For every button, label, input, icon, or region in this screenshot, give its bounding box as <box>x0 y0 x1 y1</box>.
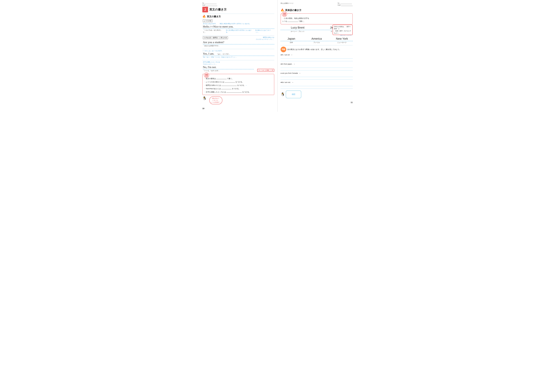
section-header-right: 🔥 英単語の書き方 <box>281 8 353 12</box>
right-date-label: Date <box>338 4 353 6</box>
vocab-item-japan: Japan <box>281 37 302 40</box>
exercise-2: ●Im from japan. → <box>281 63 353 70</box>
left-bottom-row: 10 <box>202 106 274 109</box>
exercise-4-sentence: ●No i am not. <box>281 81 291 83</box>
answer-line-3b <box>281 77 353 80</box>
exercise-4-arrow: → <box>292 81 293 83</box>
exercise-2-content: ●Im from japan. → <box>281 63 353 70</box>
divider-right-1 <box>281 45 353 45</box>
exercise-2-arrow: → <box>293 63 295 65</box>
note-box-right: 日本人の名前は、〈苗字＋名前〉と〈名前＋苗字〉のどちらでもよい。 <box>333 25 353 35</box>
number-badge: 2 <box>202 7 208 12</box>
example1-trans: 「こんにちは。はじめまして」 <box>203 29 223 33</box>
answer-ref: 答えは別冊２ページ <box>281 2 293 4</box>
annotation-2: 単語と単語の間は小文字１文字分くらいあける。 <box>220 23 251 25</box>
left-no-label: No. <box>202 2 217 4</box>
vocab-item-lucy: Lucy Brent <box>281 26 315 29</box>
remember-badge: おぼえる <box>204 73 209 78</box>
exercise-1: ●Hi. I am eri → <box>281 54 353 61</box>
flame-icon-right: 🔥 <box>281 8 284 12</box>
kansou-label: 感想 <box>292 93 295 95</box>
section-title-left: 英文の書き方 <box>207 15 221 18</box>
answer-line-2a <box>281 65 353 68</box>
left-no-date: No. Date <box>202 2 217 6</box>
section-header-left: 🔥 英文の書き方 <box>202 15 274 18</box>
left-date-label: Date <box>202 4 217 6</box>
example1-text: Hello.○○Nice to meet you. <box>203 25 234 28</box>
arrow-note: ← <box>246 84 247 86</box>
note-item-1: ・英文の最初はで書く。 <box>204 77 272 80</box>
section-title-right: 英単語の書き方 <box>285 9 301 12</box>
rule-text-2: いつもで書く。 <box>282 20 351 23</box>
exercise-1-arrow: → <box>291 54 292 56</box>
mondai-instruction: 次の英文には２か所ずつ間違いがあります。正しく書き直してみよう。 <box>287 48 341 51</box>
example3-text: Yes, I am. <box>203 52 214 55</box>
exercise-4: ●No i am not. → <box>281 81 353 89</box>
note-item-3: ・疑問文の終わりにはをつける。← <box>204 84 272 87</box>
example3-trans: 「はい、そうです」 <box>216 53 230 55</box>
exercise-4-content: ●No i am not. → <box>281 81 353 89</box>
annotation-5: 疑問文の終わりは <box>256 36 274 38</box>
vocab-reading-2: 日本 アメリカ ニューヨーク <box>281 41 353 44</box>
left-top-bar: No. Date <box>202 2 274 6</box>
annotation-8b: アポストロフィ（'）。 <box>203 63 254 65</box>
example4-text: No, I'm not. <box>203 65 216 69</box>
kansou-box: 感想 <box>286 91 301 98</box>
example4-trans: 「いいえ、ちがいます」 <box>203 70 254 72</box>
vocab-row-2: Japan America New York <box>281 37 353 41</box>
answer-line-1a <box>281 56 353 59</box>
note-item-4: ・YesやNoのあとにはをつける。 <box>204 87 272 90</box>
annotation-8: 文字を省略したところには <box>203 61 254 63</box>
divider-3 <box>202 49 274 49</box>
vocab-item-america: America <box>306 37 327 40</box>
page-num-right: 11 <box>351 101 353 103</box>
exercise-3-sentence: ● are you from Canada <box>281 72 298 74</box>
remember-badge-right: おぼえる <box>282 12 287 17</box>
right-no-label: No. <box>338 2 353 4</box>
mondai-badge: 問題 <box>281 47 286 52</box>
futsuu-label: ふつうの文 <box>203 20 212 22</box>
page-title-row: 2 英文の書き方 <box>202 7 274 12</box>
note-box-left: おぼえる ・英文の最初はで書く。 ・ふつうの文の終わりにはをつける。 ・疑問文の… <box>202 74 274 95</box>
exercise-3: ● are you from Canada → <box>281 72 353 80</box>
vocab-item-newyork: New York <box>331 37 353 40</box>
exercise-3-arrow: → <box>299 72 301 74</box>
exercise-1-sentence: ●Hi. I am eri <box>281 54 290 56</box>
right-bottom-row: 11 <box>281 100 353 103</box>
page-title: 英文の書き方 <box>209 8 227 12</box>
exercise-1-content: ●Hi. I am eri → <box>281 54 353 61</box>
cloud-note: 書き忘れていないか、いつも見直す！ <box>209 96 222 104</box>
note-item-2: ・ふつうの文の終わりにはをつける。 <box>204 80 272 84</box>
date-input-right <box>341 4 353 6</box>
mascot-left: 🐧 <box>202 96 206 100</box>
flame-icon-left: 🔥 <box>202 15 206 18</box>
remember-box-right: おぼえる ・人名や国名、地名は最初の文字を いつもで書く。 <box>281 14 353 24</box>
exercise-list: ●Hi. I am eri → ●Im from japan. → <box>281 54 353 89</box>
answer-line-4b <box>281 86 353 89</box>
equals-note: I'm＝I am を省略した形 <box>257 69 274 72</box>
reading-lucy: ルーシー・ブレント <box>281 30 315 33</box>
yes-block: I「わたしは」はいつも大文字。 Yes, I am. 「はい、そうです」 Yes… <box>202 50 274 58</box>
mondai-row: 問題 次の英文には２か所ずつ間違いがあります。正しく書き直してみよう。 <box>281 47 353 52</box>
reading-japan: 日本 <box>281 41 302 44</box>
tazuneru-block: たずねる文（疑問文）と答えの文 疑問文の終わりは クエスチョンマーク（？）。 A… <box>202 36 274 47</box>
mascot-right: 🐧 <box>281 92 285 96</box>
exercise-2-sentence: ●Im from japan. <box>281 63 292 65</box>
example2-text: Are you a student? <box>203 41 224 44</box>
annotation-3: 文と文の間は小文字２文字分くらいあける。 <box>226 29 253 33</box>
rule-text-1: ・人名や国名、地名は最初の文字を <box>282 17 351 20</box>
answer-line-3a <box>281 75 353 77</box>
reading-america: アメリカ <box>306 41 327 44</box>
annotation-5b: クエスチョンマーク（？）。 <box>256 38 274 40</box>
annotation-4: 文の終わりにはピリオド（.）。 <box>255 29 274 33</box>
left-page: No. Date 2 英文の書き方 🔥 英文の書き方 <box>200 0 278 112</box>
right-page: 答えは別冊２ページ No. Date 🔥 英単語の書き方 <box>278 0 355 112</box>
annotation-6: I「わたしは」はいつも大文字。 <box>203 50 274 52</box>
no-input-left <box>205 2 217 4</box>
exercise-3-content: ● are you from Canada → <box>281 72 353 80</box>
note-item-5: ・文字を省略したところにはをつける。 <box>204 90 272 94</box>
kansou-area: 🐧 感想 <box>281 91 353 98</box>
answer-line-2b <box>281 68 353 70</box>
annotation-7: Yes「はい」やNo「いいえ」のあとにはコンマ（,）。 <box>203 56 274 58</box>
annotation-1: 文のはじめは大文字。 <box>203 23 217 25</box>
